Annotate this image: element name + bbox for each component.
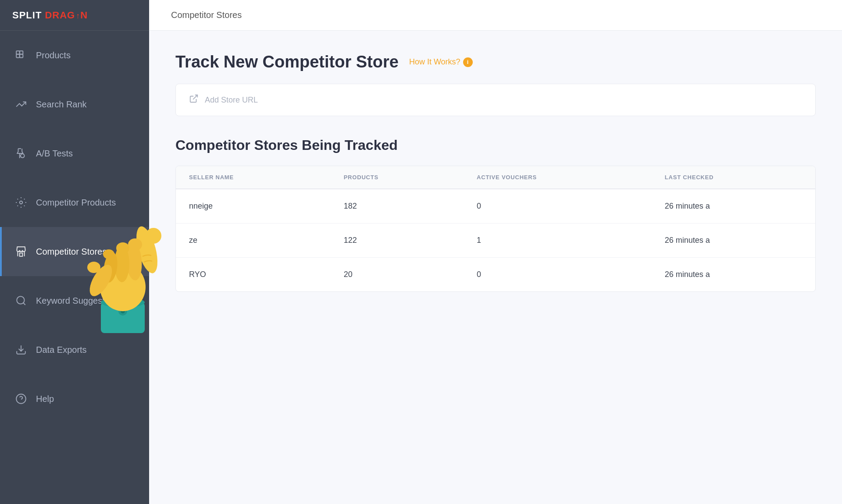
competitor-products-icon bbox=[14, 195, 28, 209]
external-link-icon bbox=[189, 94, 199, 106]
col-products: PRODUCTS bbox=[331, 166, 464, 189]
table-container: SELLER NAME PRODUCTS ACTIVE VOUCHERS LAS… bbox=[175, 166, 816, 292]
logo-arrow: ↑ bbox=[76, 11, 80, 21]
col-seller-name: SELLER NAME bbox=[176, 166, 331, 189]
keyword-suggestions-icon bbox=[14, 294, 28, 308]
sidebar-item-ab-tests[interactable]: A/B Tests bbox=[0, 129, 149, 178]
sidebar-item-competitor-products[interactable]: Competitor Products bbox=[0, 178, 149, 227]
logo-split: SPLIT bbox=[12, 10, 45, 21]
help-icon bbox=[14, 392, 28, 406]
search-rank-icon bbox=[14, 97, 28, 111]
svg-rect-3 bbox=[20, 54, 23, 58]
table-row[interactable]: ze 122 1 26 minutes a bbox=[176, 224, 815, 258]
logo-area: SPLIT DRAG↑N bbox=[0, 0, 149, 31]
last-checked-cell: 26 minutes a bbox=[652, 189, 815, 224]
products-cell: 20 bbox=[331, 258, 464, 292]
svg-point-9 bbox=[17, 296, 24, 304]
top-bar-title: Competitor Stores bbox=[171, 10, 242, 20]
page-heading: Track New Competitor Store bbox=[175, 53, 399, 71]
how-it-works-link[interactable]: How It Works? i bbox=[409, 57, 473, 67]
sidebar-label-products: Products bbox=[36, 50, 71, 60]
how-it-works-label: How It Works? bbox=[409, 57, 460, 67]
sidebar-item-data-exports[interactable]: Data Exports bbox=[0, 325, 149, 374]
table-body: nneige 182 0 26 minutes a ze 122 1 26 mi… bbox=[176, 189, 815, 291]
sidebar-label-keyword-suggestions: Keyword Suggestions bbox=[36, 296, 121, 306]
sidebar-label-ab-tests: A/B Tests bbox=[36, 149, 73, 159]
sidebar-label-search-rank: Search Rank bbox=[36, 99, 87, 110]
svg-rect-0 bbox=[16, 51, 20, 54]
sidebar-item-help[interactable]: Help bbox=[0, 374, 149, 423]
svg-line-14 bbox=[193, 95, 197, 99]
svg-rect-8 bbox=[20, 253, 23, 256]
last-checked-cell: 26 minutes a bbox=[652, 258, 815, 292]
sidebar-label-competitor-products: Competitor Products bbox=[36, 198, 116, 208]
competitor-stores-icon bbox=[14, 245, 28, 259]
sidebar-label-help: Help bbox=[36, 394, 54, 404]
vouchers-cell: 0 bbox=[464, 258, 652, 292]
info-icon: i bbox=[463, 57, 473, 67]
page-heading-row: Track New Competitor Store How It Works?… bbox=[175, 53, 816, 71]
data-exports-icon bbox=[14, 343, 28, 357]
vouchers-cell: 1 bbox=[464, 224, 652, 258]
add-store-box[interactable]: Add Store URL bbox=[175, 84, 816, 116]
sidebar-label-data-exports: Data Exports bbox=[36, 345, 87, 355]
content-area: Track New Competitor Store How It Works?… bbox=[149, 31, 842, 504]
sidebar-label-competitor-stores: Competitor Stores bbox=[36, 247, 107, 257]
svg-line-10 bbox=[23, 303, 25, 305]
seller-name-cell: ze bbox=[176, 224, 331, 258]
logo: SPLIT DRAG↑N bbox=[12, 10, 88, 21]
table-row[interactable]: nneige 182 0 26 minutes a bbox=[176, 189, 815, 224]
sidebar-item-competitor-stores[interactable]: Competitor Stores bbox=[0, 227, 149, 276]
svg-point-5 bbox=[21, 154, 25, 158]
products-icon bbox=[14, 48, 28, 62]
vouchers-cell: 0 bbox=[464, 189, 652, 224]
col-last-checked: LAST CHECKED bbox=[652, 166, 815, 189]
products-cell: 122 bbox=[331, 224, 464, 258]
sidebar-item-search-rank[interactable]: Search Rank bbox=[0, 80, 149, 129]
ab-tests-icon bbox=[14, 146, 28, 160]
last-checked-cell: 26 minutes a bbox=[652, 224, 815, 258]
sidebar-item-keyword-suggestions[interactable]: Keyword Suggestions bbox=[0, 276, 149, 325]
main-content: Competitor Stores Track New Competitor S… bbox=[149, 0, 842, 504]
svg-rect-1 bbox=[20, 51, 23, 54]
seller-name-cell: RYO bbox=[176, 258, 331, 292]
logo-dragon: DRAG↑N bbox=[45, 10, 88, 21]
svg-point-12 bbox=[16, 394, 26, 404]
seller-name-cell: nneige bbox=[176, 189, 331, 224]
add-store-placeholder: Add Store URL bbox=[205, 96, 258, 105]
competitor-stores-table: SELLER NAME PRODUCTS ACTIVE VOUCHERS LAS… bbox=[176, 166, 815, 291]
top-bar: Competitor Stores bbox=[149, 0, 842, 31]
sidebar: SPLIT DRAG↑N Products Search Rank bbox=[0, 0, 149, 504]
svg-point-7 bbox=[20, 201, 23, 204]
sidebar-nav: Products Search Rank A/B Tests bbox=[0, 31, 149, 423]
section-heading: Competitor Stores Being Tracked bbox=[175, 137, 816, 153]
table-row[interactable]: RYO 20 0 26 minutes a bbox=[176, 258, 815, 292]
products-cell: 182 bbox=[331, 189, 464, 224]
svg-rect-2 bbox=[16, 54, 20, 58]
col-active-vouchers: ACTIVE VOUCHERS bbox=[464, 166, 652, 189]
sidebar-item-products[interactable]: Products bbox=[0, 31, 149, 80]
table-header: SELLER NAME PRODUCTS ACTIVE VOUCHERS LAS… bbox=[176, 166, 815, 189]
